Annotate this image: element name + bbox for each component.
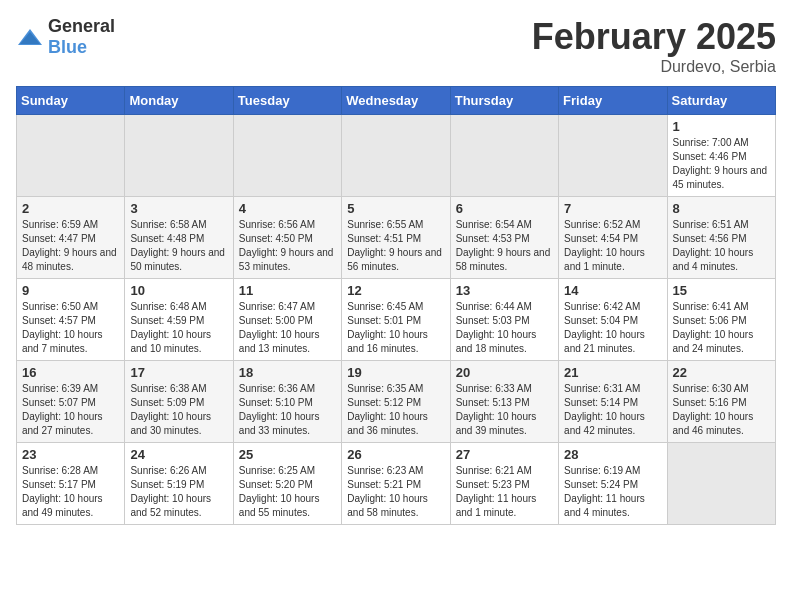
day-info: Sunrise: 6:59 AM Sunset: 4:47 PM Dayligh… (22, 218, 119, 274)
col-header-sunday: Sunday (17, 87, 125, 115)
day-info: Sunrise: 6:52 AM Sunset: 4:54 PM Dayligh… (564, 218, 661, 274)
col-header-saturday: Saturday (667, 87, 775, 115)
day-number: 10 (130, 283, 227, 298)
day-number: 14 (564, 283, 661, 298)
calendar-cell (559, 115, 667, 197)
day-number: 25 (239, 447, 336, 462)
day-number: 1 (673, 119, 770, 134)
title-area: February 2025 Durdevo, Serbia (532, 16, 776, 76)
calendar-cell: 13Sunrise: 6:44 AM Sunset: 5:03 PM Dayli… (450, 279, 558, 361)
day-number: 4 (239, 201, 336, 216)
calendar-cell: 18Sunrise: 6:36 AM Sunset: 5:10 PM Dayli… (233, 361, 341, 443)
day-number: 28 (564, 447, 661, 462)
logo-blue-text: Blue (48, 37, 87, 57)
day-info: Sunrise: 6:42 AM Sunset: 5:04 PM Dayligh… (564, 300, 661, 356)
calendar-week-row: 2Sunrise: 6:59 AM Sunset: 4:47 PM Daylig… (17, 197, 776, 279)
day-number: 26 (347, 447, 444, 462)
day-info: Sunrise: 7:00 AM Sunset: 4:46 PM Dayligh… (673, 136, 770, 192)
day-number: 5 (347, 201, 444, 216)
calendar-cell: 7Sunrise: 6:52 AM Sunset: 4:54 PM Daylig… (559, 197, 667, 279)
day-number: 27 (456, 447, 553, 462)
day-number: 8 (673, 201, 770, 216)
day-number: 21 (564, 365, 661, 380)
day-info: Sunrise: 6:50 AM Sunset: 4:57 PM Dayligh… (22, 300, 119, 356)
day-info: Sunrise: 6:41 AM Sunset: 5:06 PM Dayligh… (673, 300, 770, 356)
calendar-cell: 21Sunrise: 6:31 AM Sunset: 5:14 PM Dayli… (559, 361, 667, 443)
day-info: Sunrise: 6:58 AM Sunset: 4:48 PM Dayligh… (130, 218, 227, 274)
day-number: 18 (239, 365, 336, 380)
page-header: General Blue February 2025 Durdevo, Serb… (16, 16, 776, 76)
calendar-cell: 14Sunrise: 6:42 AM Sunset: 5:04 PM Dayli… (559, 279, 667, 361)
col-header-friday: Friday (559, 87, 667, 115)
calendar-table: SundayMondayTuesdayWednesdayThursdayFrid… (16, 86, 776, 525)
day-number: 16 (22, 365, 119, 380)
day-number: 7 (564, 201, 661, 216)
day-number: 11 (239, 283, 336, 298)
calendar-cell: 2Sunrise: 6:59 AM Sunset: 4:47 PM Daylig… (17, 197, 125, 279)
day-info: Sunrise: 6:55 AM Sunset: 4:51 PM Dayligh… (347, 218, 444, 274)
calendar-cell: 23Sunrise: 6:28 AM Sunset: 5:17 PM Dayli… (17, 443, 125, 525)
day-info: Sunrise: 6:36 AM Sunset: 5:10 PM Dayligh… (239, 382, 336, 438)
day-number: 15 (673, 283, 770, 298)
logo-general-text: General (48, 16, 115, 36)
day-info: Sunrise: 6:33 AM Sunset: 5:13 PM Dayligh… (456, 382, 553, 438)
day-number: 6 (456, 201, 553, 216)
calendar-cell: 25Sunrise: 6:25 AM Sunset: 5:20 PM Dayli… (233, 443, 341, 525)
day-info: Sunrise: 6:39 AM Sunset: 5:07 PM Dayligh… (22, 382, 119, 438)
calendar-week-row: 9Sunrise: 6:50 AM Sunset: 4:57 PM Daylig… (17, 279, 776, 361)
day-info: Sunrise: 6:23 AM Sunset: 5:21 PM Dayligh… (347, 464, 444, 520)
day-info: Sunrise: 6:35 AM Sunset: 5:12 PM Dayligh… (347, 382, 444, 438)
location-subtitle: Durdevo, Serbia (532, 58, 776, 76)
col-header-tuesday: Tuesday (233, 87, 341, 115)
day-number: 12 (347, 283, 444, 298)
day-number: 22 (673, 365, 770, 380)
calendar-cell: 19Sunrise: 6:35 AM Sunset: 5:12 PM Dayli… (342, 361, 450, 443)
calendar-cell: 8Sunrise: 6:51 AM Sunset: 4:56 PM Daylig… (667, 197, 775, 279)
day-number: 19 (347, 365, 444, 380)
day-number: 3 (130, 201, 227, 216)
day-number: 9 (22, 283, 119, 298)
calendar-cell: 5Sunrise: 6:55 AM Sunset: 4:51 PM Daylig… (342, 197, 450, 279)
col-header-wednesday: Wednesday (342, 87, 450, 115)
calendar-week-row: 23Sunrise: 6:28 AM Sunset: 5:17 PM Dayli… (17, 443, 776, 525)
col-header-monday: Monday (125, 87, 233, 115)
calendar-cell (233, 115, 341, 197)
day-number: 13 (456, 283, 553, 298)
day-number: 24 (130, 447, 227, 462)
day-info: Sunrise: 6:28 AM Sunset: 5:17 PM Dayligh… (22, 464, 119, 520)
calendar-cell: 9Sunrise: 6:50 AM Sunset: 4:57 PM Daylig… (17, 279, 125, 361)
calendar-week-row: 16Sunrise: 6:39 AM Sunset: 5:07 PM Dayli… (17, 361, 776, 443)
month-year-title: February 2025 (532, 16, 776, 58)
day-info: Sunrise: 6:26 AM Sunset: 5:19 PM Dayligh… (130, 464, 227, 520)
calendar-cell: 6Sunrise: 6:54 AM Sunset: 4:53 PM Daylig… (450, 197, 558, 279)
day-info: Sunrise: 6:44 AM Sunset: 5:03 PM Dayligh… (456, 300, 553, 356)
calendar-cell: 15Sunrise: 6:41 AM Sunset: 5:06 PM Dayli… (667, 279, 775, 361)
calendar-cell (667, 443, 775, 525)
calendar-header-row: SundayMondayTuesdayWednesdayThursdayFrid… (17, 87, 776, 115)
day-number: 20 (456, 365, 553, 380)
calendar-cell: 17Sunrise: 6:38 AM Sunset: 5:09 PM Dayli… (125, 361, 233, 443)
day-info: Sunrise: 6:56 AM Sunset: 4:50 PM Dayligh… (239, 218, 336, 274)
day-number: 2 (22, 201, 119, 216)
calendar-cell: 10Sunrise: 6:48 AM Sunset: 4:59 PM Dayli… (125, 279, 233, 361)
day-info: Sunrise: 6:21 AM Sunset: 5:23 PM Dayligh… (456, 464, 553, 520)
calendar-cell: 3Sunrise: 6:58 AM Sunset: 4:48 PM Daylig… (125, 197, 233, 279)
calendar-cell: 27Sunrise: 6:21 AM Sunset: 5:23 PM Dayli… (450, 443, 558, 525)
calendar-cell: 11Sunrise: 6:47 AM Sunset: 5:00 PM Dayli… (233, 279, 341, 361)
day-number: 23 (22, 447, 119, 462)
calendar-cell (450, 115, 558, 197)
calendar-cell: 16Sunrise: 6:39 AM Sunset: 5:07 PM Dayli… (17, 361, 125, 443)
day-info: Sunrise: 6:19 AM Sunset: 5:24 PM Dayligh… (564, 464, 661, 520)
calendar-cell: 24Sunrise: 6:26 AM Sunset: 5:19 PM Dayli… (125, 443, 233, 525)
calendar-cell: 26Sunrise: 6:23 AM Sunset: 5:21 PM Dayli… (342, 443, 450, 525)
day-info: Sunrise: 6:45 AM Sunset: 5:01 PM Dayligh… (347, 300, 444, 356)
logo-icon (16, 27, 44, 47)
calendar-cell: 20Sunrise: 6:33 AM Sunset: 5:13 PM Dayli… (450, 361, 558, 443)
day-info: Sunrise: 6:25 AM Sunset: 5:20 PM Dayligh… (239, 464, 336, 520)
day-info: Sunrise: 6:47 AM Sunset: 5:00 PM Dayligh… (239, 300, 336, 356)
calendar-cell: 12Sunrise: 6:45 AM Sunset: 5:01 PM Dayli… (342, 279, 450, 361)
calendar-cell (342, 115, 450, 197)
calendar-cell: 28Sunrise: 6:19 AM Sunset: 5:24 PM Dayli… (559, 443, 667, 525)
day-info: Sunrise: 6:48 AM Sunset: 4:59 PM Dayligh… (130, 300, 227, 356)
calendar-cell: 22Sunrise: 6:30 AM Sunset: 5:16 PM Dayli… (667, 361, 775, 443)
